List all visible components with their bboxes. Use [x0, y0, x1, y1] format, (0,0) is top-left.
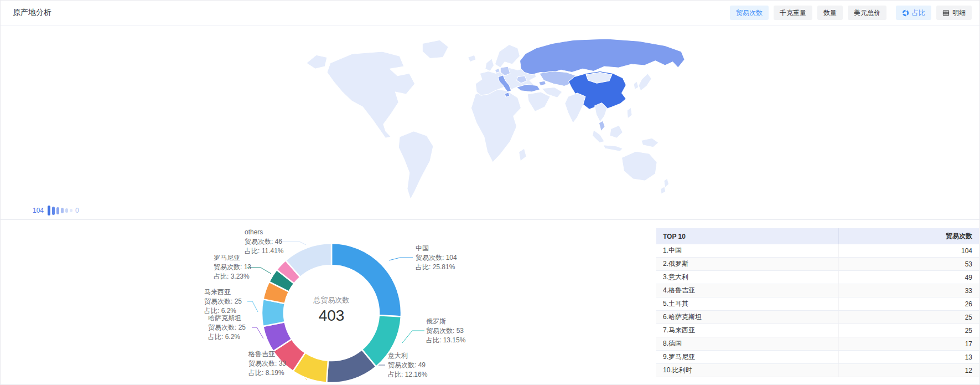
view-button-label: 占比	[912, 9, 925, 17]
map-region-north-america[interactable]	[327, 52, 415, 138]
donut-callout-italy: 意大利 贸易次数: 49 占比: 12.16%	[388, 351, 427, 379]
donut-icon	[902, 9, 909, 17]
map-region-scandinavia[interactable]	[495, 44, 520, 68]
panel-header: 原产地分析 贸易次数 千克重量 数量 美元总价 占比	[1, 1, 979, 25]
toolbar: 贸易次数 千克重量 数量 美元总价 占比 明细	[725, 6, 972, 20]
map-region-korea[interactable]	[634, 81, 639, 90]
metric-button-kg-weight[interactable]: 千克重量	[774, 6, 812, 20]
table-row: 5.土耳其26	[656, 297, 979, 311]
world-map-chart[interactable]: 104 0	[1, 25, 979, 219]
map-region-uk[interactable]	[485, 58, 494, 71]
table-cell-country: 8.德国	[656, 337, 839, 350]
metric-button-label: 贸易次数	[736, 9, 763, 17]
map-region-georgia[interactable]	[539, 81, 546, 85]
table-cell-value: 26	[839, 300, 979, 308]
map-region-java[interactable]	[603, 145, 623, 151]
map-region-south-america[interactable]	[398, 131, 433, 199]
map-region-borneo[interactable]	[610, 125, 623, 138]
table-row: 10.比利时12	[656, 364, 979, 377]
table-row: 3.意大利49	[656, 271, 979, 284]
metric-button-label: 美元总价	[854, 9, 880, 17]
table-cell-country: 10.比利时	[656, 364, 839, 377]
legend-bar	[61, 208, 64, 213]
map-region-japan[interactable]	[639, 74, 651, 91]
legend-bar	[70, 209, 72, 212]
table-icon	[942, 9, 950, 17]
map-region-africa[interactable]	[471, 89, 521, 162]
map-region-new-zealand[interactable]	[661, 178, 669, 194]
table-cell-country: 4.格鲁吉亚	[656, 284, 839, 297]
table-header-rank: TOP 10	[656, 228, 839, 244]
view-button-proportion[interactable]: 占比	[896, 6, 931, 20]
map-region-new-guinea[interactable]	[641, 138, 658, 147]
table-cell-country: 2.俄罗斯	[656, 258, 839, 270]
metric-button-quantity[interactable]: 数量	[817, 6, 843, 20]
view-button-label: 明细	[952, 9, 966, 17]
map-region-madagascar[interactable]	[519, 148, 527, 161]
table-cell-value: 33	[839, 287, 979, 295]
table-cell-country: 1.中国	[656, 244, 839, 257]
map-region-australia[interactable]	[622, 151, 657, 181]
map-region-belgium[interactable]	[495, 68, 500, 73]
table-row: 7.马来西亚25	[656, 324, 979, 337]
map-region-iceland[interactable]	[468, 55, 476, 61]
map-visual-legend[interactable]: 104 0	[33, 206, 79, 215]
legend-bar	[65, 208, 68, 213]
table-cell-country: 5.土耳其	[656, 297, 839, 310]
map-region-middle-east[interactable]	[527, 92, 550, 111]
donut-callout-others: others 贸易次数: 46 占比: 11.41%	[245, 228, 283, 256]
metric-button-label: 千克重量	[780, 9, 806, 17]
legend-bar	[56, 207, 59, 214]
table-cell-value: 17	[839, 340, 979, 348]
map-region-philippines[interactable]	[627, 107, 632, 119]
legend-max-label: 104	[33, 207, 44, 214]
origin-analysis-panel: 原产地分析 贸易次数 千克重量 数量 美元总价 占比	[0, 0, 980, 385]
metric-button-label: 数量	[823, 9, 837, 17]
table-row: 8.德国17	[656, 337, 979, 351]
table-cell-country: 9.罗马尼亚	[656, 351, 839, 363]
metric-button-usd-total[interactable]: 美元总价	[848, 6, 886, 20]
map-region-sumatra[interactable]	[593, 130, 605, 143]
donut-callout-kazakhstan: 哈萨克斯坦 贸易次数: 25 占比: 6.2%	[208, 314, 246, 342]
legend-bar	[52, 207, 55, 215]
table-cell-value: 25	[839, 314, 979, 321]
legend-min-label: 0	[75, 207, 79, 214]
table-cell-country: 7.马来西亚	[656, 324, 839, 337]
view-button-detail[interactable]: 明细	[936, 6, 972, 20]
map-region-russia[interactable]	[520, 39, 685, 75]
map-region-greenland[interactable]	[422, 40, 448, 58]
table-cell-country: 6.哈萨克斯坦	[656, 311, 839, 324]
table-cell-value: 53	[839, 260, 979, 268]
table-row: 9.罗马尼亚13	[656, 351, 979, 364]
table-cell-value: 12	[839, 367, 979, 374]
page-title: 原产地分析	[13, 8, 51, 18]
bottom-section: 总贸易次数 403 others 贸易次数: 46 占比: 11.41% 中国 …	[1, 219, 979, 384]
map-region-india[interactable]	[565, 93, 585, 123]
table-cell-value: 49	[839, 274, 979, 281]
donut-callout-russia: 俄罗斯 贸易次数: 53 占比: 13.15%	[426, 317, 465, 345]
table-cell-value: 13	[839, 353, 979, 361]
map-region-alaska[interactable]	[307, 55, 327, 69]
legend-bar	[48, 206, 50, 215]
table-header-row: TOP 10 贸易次数	[656, 228, 979, 244]
top10-rows: 1.中国1042.俄罗斯533.意大利494.格鲁吉亚335.土耳其266.哈萨…	[656, 244, 979, 377]
table-header-metric: 贸易次数	[839, 232, 979, 241]
table-cell-value: 25	[839, 327, 979, 335]
top10-table: TOP 10 贸易次数 1.中国1042.俄罗斯533.意大利494.格鲁吉亚3…	[656, 228, 979, 377]
donut-callout-china: 中国 贸易次数: 104 占比: 25.81%	[413, 244, 457, 272]
table-cell-country: 3.意大利	[656, 271, 839, 284]
table-row: 1.中国104	[656, 244, 979, 258]
table-cell-value: 104	[839, 247, 979, 255]
table-row: 2.俄罗斯53	[656, 258, 979, 271]
map-region-malaysia[interactable]	[599, 121, 605, 131]
table-row: 4.格鲁吉亚33	[656, 284, 979, 297]
world-map-svg[interactable]	[302, 38, 687, 205]
donut-callout-malaysia: 马来西亚 贸易次数: 25 占比: 6.2%	[204, 288, 242, 316]
donut-callout-romania: 罗马尼亚 贸易次数: 13 占比: 3.23%	[214, 253, 251, 281]
donut-callout-georgia: 格鲁吉亚 贸易次数: 33 占比: 8.19%	[248, 350, 286, 378]
donut-slice[interactable]	[331, 243, 401, 316]
metric-button-trade-count[interactable]: 贸易次数	[730, 6, 769, 20]
table-row: 6.哈萨克斯坦25	[656, 311, 979, 324]
